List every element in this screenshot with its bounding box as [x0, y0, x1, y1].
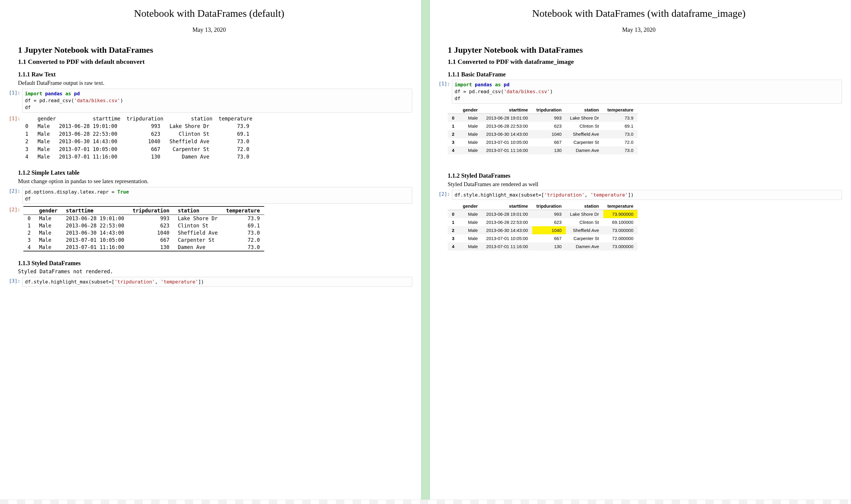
right-cell-1: [1]: import pandas as pd df = pd.read_cs… — [436, 80, 842, 104]
prompt-in: [2]: — [436, 190, 452, 197]
code-cell: df.style.highlight_max(subset=['tripdura… — [22, 277, 412, 287]
left-s2-h: 1.1.2 Simple Latex table — [18, 169, 412, 176]
prompt-in: [1]: — [436, 80, 452, 87]
raw-text-output: gender starttime tripduration station te… — [22, 115, 412, 161]
prompt-in: [3]: — [6, 277, 22, 284]
right-h1: 1 Jupyter Notebook with DataFrames — [448, 45, 842, 55]
left-cell-3: [3]: df.style.highlight_max(subset=['tri… — [6, 277, 412, 287]
left-doc-title: Notebook with DataFrames (default) — [18, 8, 400, 19]
left-s3-p: Styled DataFrames not rendered. — [18, 269, 412, 274]
right-s2-h: 1.1.2 Styled DataFrames — [448, 172, 842, 179]
table-row: 2Male2013-06-30 14:43:001040Sheffield Av… — [448, 226, 638, 234]
panel-divider — [421, 0, 430, 504]
left-s1-p: Default DataFrame output is raw text. — [18, 80, 412, 86]
left-s3-h: 1.1.3 Styled DataFrames — [18, 260, 412, 267]
left-out-2: [2]: genderstarttimetripdurationstationt… — [6, 205, 412, 254]
right-s1-h: 1.1.1 Basic DataFrame — [448, 71, 842, 78]
table-row: 2Male2013-06-30 14:43:001040Sheffield Av… — [448, 130, 638, 138]
table-row: 0Male2013-06-28 19:01:00993Lake Shore Dr… — [448, 113, 638, 122]
table-row: 3Male2013-07-01 10:05:00667Carpenter St7… — [448, 138, 638, 146]
left-cell-1: [1]: import pandas as pd df = pd.read_cs… — [6, 89, 412, 113]
table-row: 3Male2013-07-01 10:05:00667Carpenter St7… — [448, 234, 638, 242]
right-s2-p: Styled DataFrames are rendered as well — [448, 181, 842, 187]
code-cell: pd.options.display.latex.repr = True df — [22, 187, 412, 204]
code-cell: import pandas as pd df = pd.read_csv('da… — [452, 80, 842, 104]
styled-dataframe: genderstarttimetripdurationstationtemper… — [448, 202, 638, 251]
left-s2-p: Must change option in pandas to see late… — [18, 178, 412, 184]
left-doc-date: May 13, 2020 — [6, 26, 412, 33]
right-doc-date: May 13, 2020 — [436, 26, 842, 33]
right-doc-title: Notebook with DataFrames (with dataframe… — [448, 8, 830, 19]
prompt-in: [2]: — [6, 187, 22, 194]
table-row: 4Male2013-07-01 11:16:00130Damen Ave73.0… — [448, 242, 638, 251]
comparison-wrap: Notebook with DataFrames (default) May 1… — [0, 0, 851, 504]
latex-table: genderstarttimetripdurationstationtemper… — [23, 206, 264, 251]
left-h1: 1 Jupyter Notebook with DataFrames — [18, 45, 412, 55]
table-row: 0Male2013-06-28 19:01:00993Lake Shore Dr… — [448, 210, 638, 218]
table-row: 1Male2013-06-28 22:53:00623Clinton St69.… — [448, 218, 638, 226]
code-cell: import pandas as pd df = pd.read_csv('da… — [22, 89, 412, 113]
left-h2: 1.1 Converted to PDF with default nbconv… — [18, 58, 412, 66]
table-row: 4Male2013-07-01 11:16:00130Damen Ave73.0 — [448, 146, 638, 154]
prompt-out: [2]: — [6, 205, 22, 213]
left-out-1: [1]: gender starttime tripduration stati… — [6, 114, 412, 164]
left-panel: Notebook with DataFrames (default) May 1… — [0, 0, 421, 504]
prompt-out: [1]: — [6, 114, 22, 121]
table-row: 1Male2013-06-28 22:53:00623Clinton St69.… — [448, 122, 638, 130]
right-h2: 1.1 Converted to PDF with dataframe_imag… — [448, 58, 842, 66]
basic-dataframe: genderstarttimetripdurationstationtemper… — [448, 106, 638, 154]
left-s1-h: 1.1.1 Raw Text — [18, 71, 412, 78]
left-cell-2: [2]: pd.options.display.latex.repr = Tru… — [6, 187, 412, 204]
prompt-in: [1]: — [6, 89, 22, 95]
code-cell: df.style.highlight_max(subset=['tripdura… — [452, 190, 842, 200]
right-cell-2: [2]: df.style.highlight_max(subset=['tri… — [436, 190, 842, 200]
right-panel: Notebook with DataFrames (with dataframe… — [430, 0, 851, 504]
